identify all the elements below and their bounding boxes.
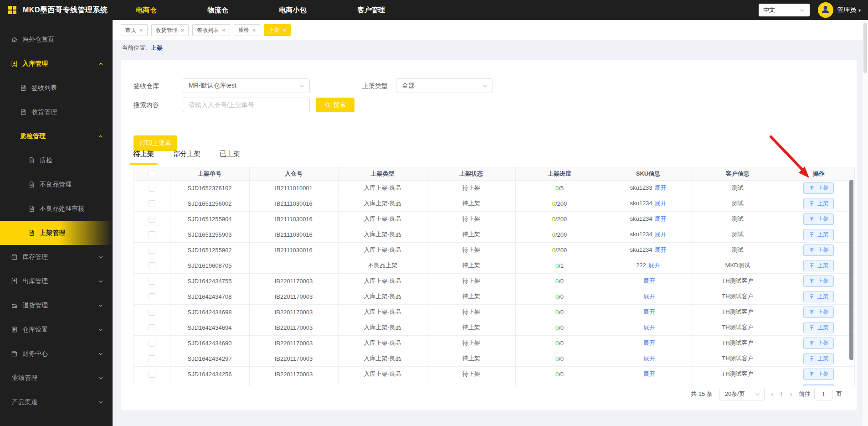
warehouse-select[interactable]: MR-默认仓库test <box>183 78 310 93</box>
sku-expand-link[interactable]: 展开 <box>643 339 655 346</box>
sku-expand-link[interactable]: 展开 <box>655 231 667 238</box>
sku-expand-link[interactable]: 展开 <box>643 308 655 315</box>
shelve-button[interactable]: 上架 <box>803 369 834 380</box>
page-suffix: 页 <box>836 390 842 398</box>
row-checkbox[interactable] <box>149 216 155 223</box>
search-button[interactable]: 搜索 <box>316 98 354 112</box>
sku-expand-link[interactable]: 展开 <box>643 355 655 362</box>
list-tab-2[interactable]: 部分上架 <box>173 147 200 164</box>
select-all-checkbox[interactable] <box>149 171 155 177</box>
row-checkbox[interactable] <box>149 200 155 207</box>
next-page-button[interactable]: › <box>790 390 792 398</box>
sidebar-item-5[interactable]: 质检管理 <box>0 124 113 148</box>
close-icon[interactable]: × <box>252 27 256 33</box>
page-scrollbar[interactable] <box>863 20 868 426</box>
sku-expand-link[interactable]: 展开 <box>655 246 667 253</box>
row-checkbox[interactable] <box>149 278 155 285</box>
page-size-value: 20条/页 <box>725 390 745 398</box>
open-tab-3[interactable]: 签收列表× <box>192 24 230 36</box>
sidebar-item-2[interactable]: 入库管理 <box>0 52 113 76</box>
current-page[interactable]: 1 <box>780 391 783 398</box>
sidebar-item-10[interactable]: 库存管理 <box>0 245 113 269</box>
row-checkbox[interactable] <box>149 324 155 331</box>
row-checkbox[interactable] <box>149 309 155 316</box>
sku-expand-link[interactable]: 展开 <box>643 277 655 284</box>
table-scrollbar-thumb[interactable] <box>849 180 853 360</box>
sidebar-item-6[interactable]: 质检 <box>0 148 113 172</box>
shelve-button[interactable]: 上架 <box>803 229 834 240</box>
sidebar-item-3[interactable]: 签收列表 <box>0 76 113 100</box>
sidebar-item-14[interactable]: 财务中心 <box>0 342 113 366</box>
row-checkbox[interactable] <box>149 340 155 347</box>
checkbox-cell <box>134 180 170 196</box>
shelving-type-select[interactable]: 全部 <box>396 78 493 93</box>
shelve-button[interactable]: 上架 <box>803 260 834 271</box>
page-scrollbar-thumb[interactable] <box>863 23 867 73</box>
sidebar-item-label: 质检管理 <box>20 132 46 140</box>
breadcrumb-current[interactable]: 上架 <box>151 44 163 52</box>
sidebar-item-4[interactable]: 收货管理 <box>0 100 113 124</box>
sidebar-item-label: 不良品处理审核 <box>40 205 84 213</box>
sidebar-item-15[interactable]: 业绩管理 <box>0 366 113 390</box>
sidebar-item-16[interactable]: 产品渠道 <box>0 390 113 414</box>
shelve-button[interactable]: 上架 <box>803 182 834 194</box>
sidebar-item-1[interactable]: 海外仓首页 <box>0 27 113 52</box>
search-input[interactable] <box>183 98 310 112</box>
sidebar-item-9[interactable]: 上架管理 <box>0 221 113 245</box>
user-menu[interactable]: 管理员 ▾ <box>837 6 861 14</box>
open-tab-2[interactable]: 收货管理× <box>151 24 189 36</box>
goto-page-input[interactable] <box>814 388 832 400</box>
open-tab-5[interactable]: 上架× <box>264 24 291 36</box>
sku-expand-link[interactable]: 展开 <box>655 215 667 222</box>
row-checkbox[interactable] <box>149 231 155 238</box>
sidebar-item-7[interactable]: 不良品管理 <box>0 172 113 197</box>
upload-icon <box>809 371 815 377</box>
nav-item-1[interactable]: 电商仓 <box>136 6 156 15</box>
row-checkbox[interactable] <box>149 185 155 192</box>
nav-item-2[interactable]: 物流仓 <box>207 6 228 15</box>
list-tab-1[interactable]: 待上架 <box>134 147 154 164</box>
nav-item-4[interactable]: 客户管理 <box>357 6 385 15</box>
nav-item-3[interactable]: 电商小包 <box>279 6 306 15</box>
sku-expand-link[interactable]: 展开 <box>648 262 660 269</box>
sku-expand-link[interactable]: 展开 <box>655 200 667 207</box>
shelve-button[interactable]: 上架 <box>803 353 834 364</box>
apps-grid-icon[interactable] <box>8 6 16 14</box>
close-icon[interactable]: × <box>181 27 185 33</box>
shelve-button[interactable]: 上架 <box>803 384 834 386</box>
header-checkbox-cell <box>134 167 170 180</box>
sidebar-item-8[interactable]: 不良品处理审核 <box>0 197 113 221</box>
avatar[interactable] <box>818 2 833 18</box>
chevron-down-icon <box>98 327 103 332</box>
close-icon[interactable]: × <box>222 27 226 33</box>
prev-page-button[interactable]: ‹ <box>771 390 774 398</box>
sku-expand-link[interactable]: 展开 <box>643 324 655 331</box>
sku-expand-link[interactable]: 展开 <box>643 293 655 300</box>
list-tab-3[interactable]: 已上架 <box>220 147 240 164</box>
language-select[interactable]: 中文 <box>759 4 810 16</box>
table-row: SJD1642434256IB2201170003入库上架-良品待上架0/0展开… <box>134 366 854 382</box>
row-checkbox[interactable] <box>149 247 155 254</box>
row-checkbox[interactable] <box>149 262 155 269</box>
open-tab-4[interactable]: 质检× <box>234 24 261 36</box>
close-icon[interactable]: × <box>282 27 286 33</box>
row-checkbox[interactable] <box>149 371 155 378</box>
shelve-button[interactable]: 上架 <box>803 275 834 287</box>
shelve-button[interactable]: 上架 <box>803 291 834 302</box>
close-icon[interactable]: × <box>139 27 143 33</box>
shelve-button[interactable]: 上架 <box>803 338 834 349</box>
sidebar-item-12[interactable]: 退货管理 <box>0 293 113 317</box>
sidebar-item-13[interactable]: 仓库设置 <box>0 317 113 342</box>
shelve-button[interactable]: 上架 <box>803 198 834 209</box>
sku-expand-link[interactable]: 展开 <box>643 370 655 377</box>
shelve-button[interactable]: 上架 <box>803 244 834 256</box>
open-tab-1[interactable]: 首页× <box>121 24 148 36</box>
shelve-button[interactable]: 上架 <box>803 307 834 318</box>
shelve-button[interactable]: 上架 <box>803 213 834 225</box>
page-size-select[interactable]: 20条/页 <box>719 388 765 400</box>
row-checkbox[interactable] <box>149 293 155 300</box>
sku-expand-link[interactable]: 展开 <box>655 184 667 191</box>
row-checkbox[interactable] <box>149 355 155 362</box>
sidebar-item-11[interactable]: 出库管理 <box>0 269 113 293</box>
shelve-button[interactable]: 上架 <box>803 322 834 333</box>
